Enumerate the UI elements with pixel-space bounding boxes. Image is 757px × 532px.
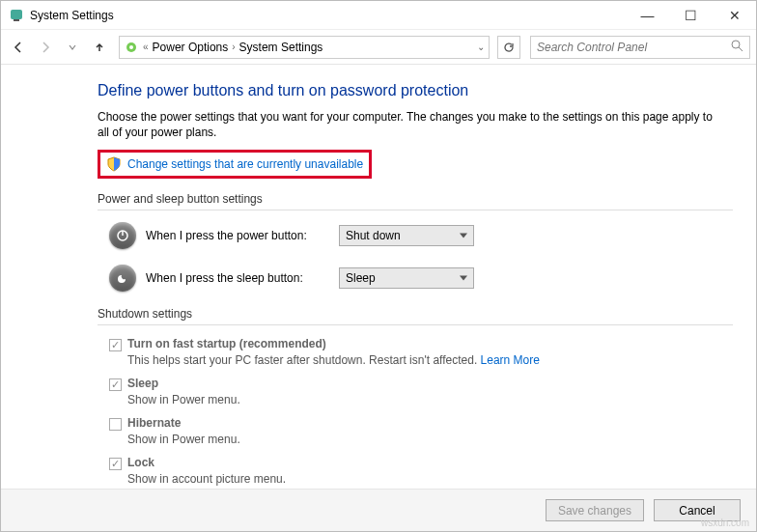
hibernate-sub: Show in Power menu. — [127, 433, 733, 446]
svg-rect-1 — [14, 19, 19, 21]
learn-more-link[interactable]: Learn More — [481, 353, 540, 367]
page-description: Choose the power settings that you want … — [98, 109, 715, 140]
power-options-icon — [124, 40, 139, 55]
sleep-button-select[interactable]: Sleep — [339, 267, 474, 289]
window-title: System Settings — [30, 9, 626, 22]
sleep-button-row: When I press the sleep button: Sleep — [109, 265, 733, 292]
sleep-button-value: Sleep — [346, 271, 376, 285]
power-button-value: Shut down — [346, 229, 401, 242]
refresh-button[interactable] — [497, 36, 520, 59]
search-box[interactable] — [530, 36, 750, 59]
lock-sub: Show in account picture menu. — [127, 472, 733, 486]
watermark: wsxdn.com — [701, 518, 749, 528]
footer: Save changes Cancel — [1, 489, 756, 531]
shield-icon — [106, 156, 122, 172]
sleep-checkbox[interactable] — [109, 378, 122, 391]
save-button[interactable]: Save changes — [546, 499, 644, 521]
svg-rect-0 — [11, 10, 22, 19]
power-icon — [109, 222, 136, 249]
hibernate-checkbox[interactable] — [109, 418, 122, 431]
chevron-right-icon: › — [232, 42, 235, 52]
change-settings-link[interactable]: Change settings that are currently unava… — [127, 157, 363, 171]
hibernate-label: Hibernate — [127, 416, 181, 430]
power-button-label: When I press the power button: — [146, 229, 329, 242]
fast-startup-checkbox[interactable] — [109, 339, 122, 351]
shutdown-settings-header: Shutdown settings — [98, 307, 733, 325]
power-button-select[interactable]: Shut down — [339, 225, 474, 246]
chevron-down-icon[interactable]: ⌄ — [477, 42, 485, 52]
svg-point-3 — [129, 45, 133, 49]
forward-button[interactable] — [34, 36, 57, 59]
titlebar: System Settings — ☐ ✕ — [1, 1, 756, 30]
breadcrumb-item-system-settings[interactable]: System Settings — [239, 41, 323, 54]
sleep-icon — [109, 265, 136, 292]
back-button[interactable] — [7, 36, 30, 59]
lock-label: Lock — [127, 456, 154, 469]
sleep-sub: Show in Power menu. — [127, 393, 733, 406]
svg-line-5 — [739, 47, 743, 51]
sleep-button-label: When I press the sleep button: — [146, 271, 329, 285]
close-button[interactable]: ✕ — [713, 1, 756, 29]
breadcrumb[interactable]: « Power Options › System Settings ⌄ — [119, 36, 490, 59]
breadcrumb-sep: « — [143, 42, 149, 52]
sleep-label: Sleep — [127, 377, 158, 390]
minimize-button[interactable]: — — [626, 1, 669, 29]
change-settings-row: Change settings that are currently unava… — [98, 150, 372, 179]
svg-point-4 — [732, 41, 740, 48]
up-button[interactable] — [88, 36, 111, 59]
fast-startup-label: Turn on fast startup (recommended) — [127, 337, 326, 350]
fast-startup-sub: This helps start your PC faster after sh… — [127, 353, 733, 367]
power-button-row: When I press the power button: Shut down — [109, 222, 733, 249]
app-icon — [9, 8, 24, 23]
navbar: « Power Options › System Settings ⌄ — [1, 30, 756, 65]
content-area: Define power buttons and turn on passwor… — [1, 65, 756, 489]
maximize-button[interactable]: ☐ — [669, 1, 713, 29]
search-input[interactable] — [537, 41, 731, 54]
lock-checkbox[interactable] — [109, 458, 122, 470]
history-dropdown[interactable] — [61, 36, 84, 59]
page-heading: Define power buttons and turn on passwor… — [98, 82, 733, 99]
button-settings-header: Power and sleep button settings — [98, 192, 733, 210]
breadcrumb-item-power-options[interactable]: Power Options — [153, 41, 229, 54]
search-icon — [731, 40, 743, 55]
